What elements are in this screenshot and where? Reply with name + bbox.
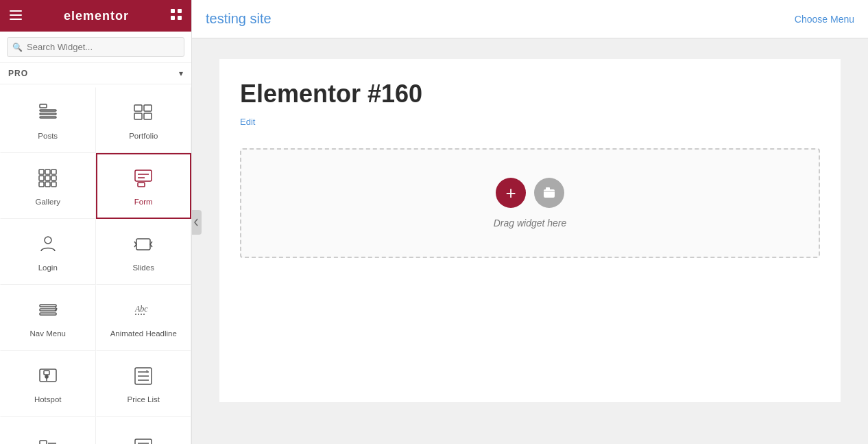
page-content: Elementor #160 Edit + Drag widget here (219, 59, 841, 402)
widget-grid: Posts Portfolio (0, 84, 191, 444)
pro-bar[interactable]: PRO ▾ (0, 63, 191, 84)
widget-item-slides[interactable]: Slides (96, 219, 192, 285)
widget-item-12[interactable] (96, 417, 192, 444)
pro-label: PRO (8, 69, 28, 78)
edit-link[interactable]: Edit (240, 117, 255, 127)
gallery-icon (37, 167, 59, 193)
svg-rect-15 (39, 170, 44, 174)
posts-label: Posts (38, 131, 58, 141)
widget-item-hotspot[interactable]: Hotspot (0, 351, 96, 417)
svg-rect-21 (39, 182, 44, 187)
svg-rect-19 (45, 176, 50, 180)
svg-rect-23 (51, 182, 56, 187)
svg-rect-12 (144, 105, 152, 111)
svg-rect-10 (40, 117, 56, 118)
svg-rect-22 (45, 182, 50, 187)
canvas-area: Elementor #160 Edit + Drag widget here (192, 38, 868, 444)
widget-item-11[interactable] (0, 417, 96, 444)
svg-rect-3 (171, 9, 175, 13)
svg-rect-24 (135, 170, 152, 181)
svg-rect-45 (40, 441, 47, 445)
login-label: Login (38, 263, 58, 273)
widget-item-price-list[interactable]: $ Price List (96, 351, 192, 417)
svg-rect-5 (171, 16, 175, 20)
widget-item-portfolio[interactable]: Portfolio (96, 87, 192, 153)
widget-item-login[interactable]: Login (0, 219, 96, 285)
elementor-logo: elementor (64, 9, 129, 23)
svg-rect-9 (40, 113, 56, 115)
svg-rect-11 (134, 105, 142, 111)
form-label: Form (134, 197, 153, 207)
svg-rect-31 (40, 305, 56, 307)
site-title: testing site (206, 11, 272, 27)
widget-11-icon (37, 436, 59, 445)
price-list-icon: $ (132, 365, 154, 390)
slides-icon (132, 233, 154, 259)
widget-12-icon (132, 436, 154, 445)
widget-item-form[interactable]: Form (96, 153, 192, 219)
sidebar-collapse-handle[interactable] (192, 210, 202, 235)
svg-rect-1 (10, 14, 22, 16)
grid-icon[interactable] (171, 9, 182, 23)
drop-buttons: + (496, 178, 564, 208)
top-bar: testing site Choose Menu (192, 0, 868, 38)
page-header: Elementor #160 Edit (219, 59, 841, 128)
svg-point-28 (45, 237, 51, 244)
svg-rect-20 (51, 176, 56, 180)
animated-headline-label: Animated Headline (110, 329, 177, 339)
svg-rect-54 (546, 187, 550, 190)
slides-label: Slides (133, 263, 154, 273)
main-area: testing site Choose Menu Elementor #160 … (192, 0, 868, 444)
svg-rect-39 (44, 371, 49, 375)
svg-rect-16 (45, 170, 50, 174)
hotspot-icon (37, 365, 59, 390)
widget-item-animated-headline[interactable]: Abc Animated Headline (96, 285, 192, 351)
template-button[interactable] (534, 178, 564, 208)
svg-rect-17 (51, 170, 56, 174)
hamburger-icon[interactable] (10, 9, 22, 23)
widget-item-posts[interactable]: Posts (0, 87, 96, 153)
svg-text:$: $ (146, 369, 148, 373)
search-input[interactable] (7, 37, 184, 57)
svg-rect-14 (144, 113, 152, 119)
price-list-label: Price List (128, 395, 160, 405)
svg-rect-30 (136, 239, 150, 250)
page-title: Elementor #160 (240, 80, 820, 108)
nav-menu-label: Nav Menu (30, 329, 66, 339)
sidebar: elementor 🔍 PRO ▾ (0, 0, 192, 444)
svg-rect-6 (178, 16, 182, 20)
svg-rect-4 (178, 9, 182, 13)
svg-point-37 (45, 375, 48, 378)
svg-rect-32 (40, 309, 56, 311)
choose-menu-button[interactable]: Choose Menu (795, 14, 854, 25)
login-icon (37, 233, 59, 259)
svg-rect-27 (138, 183, 145, 187)
svg-rect-13 (134, 113, 142, 119)
search-bar: 🔍 (0, 32, 191, 63)
pro-chevron-icon: ▾ (179, 69, 183, 78)
posts-icon (37, 102, 59, 127)
gallery-label: Gallery (36, 197, 60, 207)
svg-rect-7 (40, 104, 47, 108)
svg-rect-2 (10, 19, 22, 20)
svg-rect-18 (39, 176, 44, 180)
drop-zone[interactable]: + Drag widget here (240, 148, 820, 258)
animated-headline-icon: Abc (132, 299, 154, 325)
widget-item-nav-menu[interactable]: Nav Menu (0, 285, 96, 351)
hotspot-label: Hotspot (34, 395, 62, 405)
svg-rect-53 (544, 189, 555, 198)
svg-rect-0 (10, 10, 22, 12)
svg-rect-8 (40, 110, 56, 111)
drag-widget-text: Drag widget here (494, 218, 567, 229)
svg-rect-33 (40, 313, 56, 315)
add-widget-button[interactable]: + (496, 178, 526, 208)
search-icon: 🔍 (12, 43, 23, 52)
widget-item-gallery[interactable]: Gallery (0, 153, 96, 219)
svg-text:Abc: Abc (134, 304, 148, 314)
portfolio-label: Portfolio (129, 131, 158, 141)
form-icon (132, 167, 154, 193)
portfolio-icon (132, 102, 154, 127)
nav-menu-icon (37, 299, 59, 325)
sidebar-header: elementor (0, 0, 191, 32)
